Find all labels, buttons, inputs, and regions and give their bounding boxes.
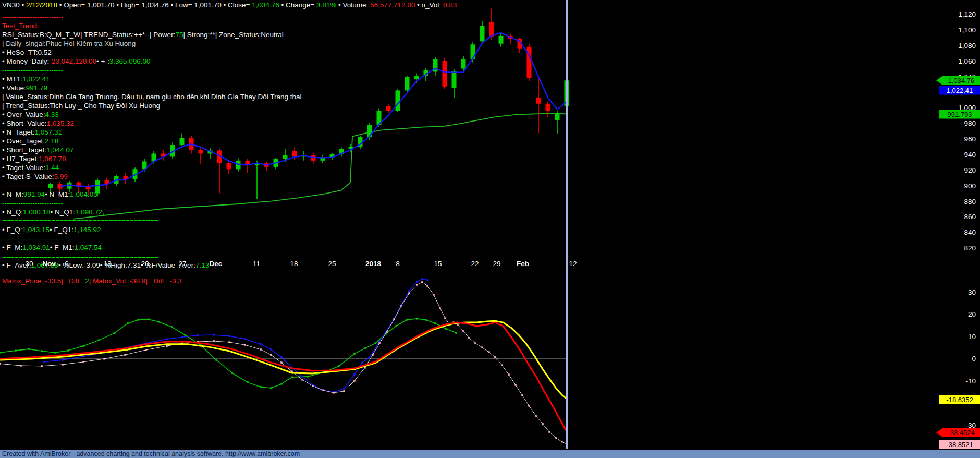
matrix-vol-marker [312,385,313,387]
info-segment: 1,035.32 [47,119,75,127]
axis-value-badge: -38.8521 [939,440,980,449]
title-segment: VN30 [2,1,20,9]
matrix-vol-marker [488,351,489,353]
info-line: -------------------------- [2,234,302,243]
matrix-vol-marker [474,342,476,344]
osc-green-marker [184,334,186,335]
y-axis-label: 920 [964,166,976,174]
osc-blue-marker [82,355,84,357]
oscillator-pane-title: Matrix_Price :-33.5| Diff : 2| Matrix_Vo… [2,277,182,285]
osc-blue-marker [280,356,282,358]
osc-blue-marker [270,348,272,350]
info-segment: • N_Q1: [51,208,76,216]
osc-blue-marker [181,336,183,338]
osc-blue-marker [43,361,45,363]
info-line: -------------------------- [2,66,302,75]
matrix-vol-marker [416,284,418,285]
info-segment: | Daily_singal:Phuc Hoi Kiêm tra Xu Huon… [2,40,136,47]
matrix-vol-marker [228,341,230,343]
osc-blue-marker [353,373,355,375]
info-segment: -------------------------- [2,13,63,21]
info-segment: | Trend_Status:Tich Luy _ Cho Thay Đôi X… [2,102,160,110]
matrix-vol-marker [542,423,543,425]
info-segment: ====================================== [2,217,158,225]
info-line: • N_Taget:1,057.31 [2,128,302,137]
info-line: • Taget-Value:1.44 [2,163,302,172]
matrix-vol-marker [280,361,282,363]
y-axis-label: 1,080 [958,41,976,49]
title-segment: • Open= 1,001.70 • High= 1,034.76 • Low=… [57,1,252,9]
matrix-vol-marker [386,331,387,332]
candle-up [452,71,457,88]
matrix-vol-marker [426,285,428,286]
signal-yellow-line [0,321,567,399]
matrix-vol-marker [400,305,402,306]
osc-green-marker [406,319,407,320]
info-segment: • HeSo_TT:0.52 [2,49,52,56]
info-segment: • Short_Taget: [2,146,46,154]
x-axis-label: Dec [210,260,223,268]
info-line: • F_M:1,034.91• F_M1:1,047.54 [2,243,302,252]
osc-blue-marker [244,338,246,340]
info-segment: • Value: [2,84,26,92]
info-segment: 1,098.72, [75,208,104,216]
osc-blue-marker [343,388,345,389]
info-segment: • F_Q1: [50,226,74,234]
candle-up [396,90,400,111]
osc-green-marker [28,348,29,349]
osc-green-marker [455,332,457,333]
matrix-vol-marker [468,337,470,339]
y-axis-label: 1,060 [958,57,976,65]
y-axis-label: 1,120 [958,10,976,18]
y-axis-label: 940 [964,150,976,158]
title-segment: 2/12/2018 [26,1,57,9]
info-segment: • N_M: [2,190,23,198]
osc-green-marker [260,386,261,388]
title-segment: 56,577,712.00 [370,1,415,9]
matrix-vol-marker [378,342,380,344]
candle-up [555,114,560,120]
info-line: • N_Q:1,000.18• N_Q1:1,098.72, [2,208,302,216]
x-axis-label: 29 [493,260,500,268]
title-segment: 3.81% [316,1,336,9]
info-line: | Daily_singal:Phuc Hoi Kiêm tra Xu Huon… [2,39,302,48]
matrix-vol-marker [270,354,272,356]
title-segment: 1,034.76 [252,1,279,9]
matrix-vol-marker [260,348,261,350]
osc-green-marker [215,359,217,360]
info-segment: 3,365,096.00 [109,57,151,65]
amibroker-window: VN30 • 2/12/2018 • Open= 1,001.70 • High… [0,0,980,458]
candle-up [499,36,504,44]
info-segment: 75 [175,31,183,39]
info-segment: 2.18 [45,137,58,145]
osc-blue-marker [426,279,428,281]
matrix-vol-marker [82,361,84,363]
candle-up [480,26,485,41]
matrix-vol-marker [421,281,423,283]
info-segment: 1,057.31 [35,128,63,136]
matrix-vol-marker [501,364,503,366]
osc-title-segment: Matrix_Price :-33.5| Diff : [2,277,85,285]
info-line: • Value:991.79 [2,83,302,92]
info-segment: -23,042,120.00 [49,57,96,65]
y-axis-label: 20 [968,310,976,318]
x-axis-label: 11 [253,260,260,268]
x-axis-label: 6 [65,260,69,268]
info-segment: • F_M: [2,244,22,251]
crosshair-cursor-line[interactable] [566,0,568,449]
osc-green-marker [171,326,173,328]
matrix-vol-marker [481,346,483,348]
y-axis-label: 10 [968,332,976,340]
x-axis-label: 15 [434,260,442,268]
osc-green-marker [416,318,418,319]
title-segment: • Change= [279,1,316,9]
info-line: -------------------------- [2,181,302,190]
osc-blue-marker [197,334,199,336]
matrix-vol-marker [62,364,63,365]
matrix-vol-marker [213,340,214,342]
info-segment: • N_Taget: [2,128,35,136]
info-line: • MT1:1,022.41 [2,75,302,83]
matrix-vol-marker [521,394,523,396]
osc-green-marker [137,319,139,320]
info-segment: • H7_Taget: [2,155,39,163]
